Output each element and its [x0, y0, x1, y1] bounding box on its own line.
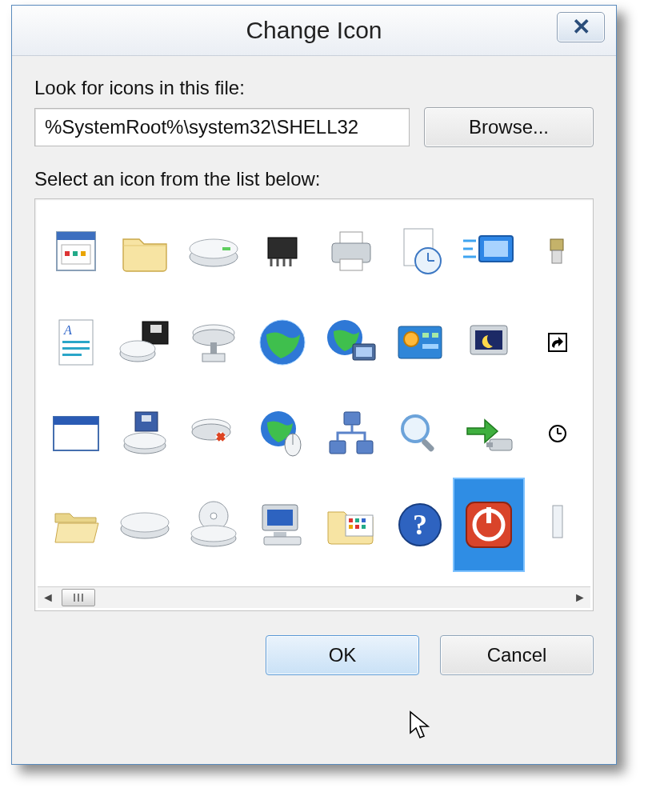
icon-path-value: %SystemRoot%\system32\SHELL32 [45, 116, 358, 138]
select-icon-label: Select an icon from the list below: [34, 168, 594, 190]
icon-path-input[interactable]: %SystemRoot%\system32\SHELL32 [34, 108, 410, 146]
icon-usb-arrow[interactable] [454, 388, 523, 479]
icon-open-folder[interactable] [42, 479, 110, 570]
svg-rect-45 [356, 347, 372, 357]
icon-blank-window[interactable] [42, 388, 110, 479]
svg-rect-16 [340, 259, 362, 270]
icon-folder[interactable] [110, 206, 179, 297]
close-button[interactable]: ✕ [557, 12, 605, 42]
svg-rect-40 [202, 354, 225, 362]
svg-rect-55 [54, 417, 98, 425]
svg-rect-50 [422, 344, 438, 349]
horizontal-scrollbar[interactable]: ◄ ► [38, 586, 590, 608]
svg-rect-27 [552, 250, 562, 263]
svg-text:?: ? [413, 509, 427, 541]
icon-folder-apps[interactable] [317, 479, 386, 570]
svg-rect-82 [267, 510, 293, 526]
cancel-button[interactable]: Cancel [440, 635, 594, 675]
icon-grid: A [42, 206, 593, 570]
icon-power[interactable] [454, 479, 523, 570]
svg-rect-69 [421, 438, 435, 453]
scroll-thumb[interactable] [62, 589, 95, 606]
icon-network-drive[interactable] [179, 297, 248, 388]
svg-rect-31 [62, 347, 90, 350]
svg-rect-26 [550, 239, 563, 250]
dialog-body: Look for icons in this file: %SystemRoot… [12, 56, 616, 611]
icon-printer[interactable] [317, 206, 386, 297]
svg-rect-32 [62, 354, 82, 356]
svg-rect-5 [81, 251, 86, 256]
svg-rect-86 [349, 518, 353, 522]
icon-screensaver[interactable] [454, 297, 523, 388]
icon-network[interactable] [317, 388, 386, 479]
change-icon-dialog: Change Icon ✕ Look for icons in this fil… [11, 5, 617, 765]
icon-computer[interactable] [248, 479, 317, 570]
icon-program-window[interactable] [42, 206, 110, 297]
svg-rect-66 [330, 441, 346, 454]
svg-point-47 [404, 332, 418, 346]
icon-text-doc[interactable]: A [42, 297, 110, 388]
svg-rect-71 [486, 442, 493, 447]
icon-drive[interactable] [179, 206, 248, 297]
svg-rect-49 [432, 333, 438, 338]
svg-rect-65 [344, 412, 360, 425]
svg-rect-8 [222, 247, 230, 250]
svg-rect-97 [553, 506, 562, 538]
titlebar: Change Icon ✕ [12, 6, 616, 56]
icon-globe-mouse[interactable] [248, 388, 317, 479]
scroll-left-arrow-icon[interactable]: ◄ [38, 589, 58, 606]
svg-rect-4 [73, 251, 78, 256]
svg-rect-88 [362, 518, 366, 522]
svg-point-78 [210, 513, 217, 519]
icon-list: A [34, 198, 594, 611]
svg-rect-90 [355, 525, 359, 529]
icon-shortcut-arrow[interactable] [523, 297, 592, 388]
svg-rect-91 [362, 525, 366, 529]
svg-rect-34 [150, 325, 162, 333]
svg-rect-70 [490, 439, 512, 450]
svg-rect-39 [210, 342, 217, 354]
svg-rect-57 [142, 415, 151, 422]
svg-text:A: A [63, 323, 72, 337]
icon-help[interactable]: ? [386, 479, 454, 570]
icon-optical-drive[interactable] [179, 479, 248, 570]
icon-chip[interactable] [248, 206, 317, 297]
icon-globe[interactable] [248, 297, 317, 388]
browse-label: Browse... [469, 116, 549, 138]
icon-control-panel[interactable] [386, 297, 454, 388]
svg-rect-84 [264, 537, 301, 545]
svg-point-59 [124, 433, 166, 449]
look-for-label: Look for icons in this file: [34, 77, 594, 99]
close-icon: ✕ [572, 16, 590, 38]
svg-rect-96 [486, 507, 491, 523]
ok-button[interactable]: OK [266, 635, 419, 675]
icon-drive-error[interactable] [179, 388, 248, 479]
icon-search[interactable] [386, 388, 454, 479]
dialog-title: Change Icon [246, 17, 382, 44]
ok-label: OK [329, 644, 357, 666]
path-row: %SystemRoot%\system32\SHELL32 Browse... [34, 107, 594, 147]
dialog-footer: OK Cancel [12, 611, 616, 675]
icon-closed-drive[interactable] [110, 479, 179, 570]
icon-floppy-drive[interactable] [110, 297, 179, 388]
svg-rect-30 [62, 341, 90, 343]
svg-point-80 [191, 526, 236, 542]
icon-connector[interactable] [523, 206, 592, 297]
icon-cert[interactable] [523, 479, 592, 570]
svg-rect-1 [57, 232, 95, 240]
icon-drive-floppy[interactable] [110, 388, 179, 479]
svg-rect-3 [65, 251, 70, 256]
icon-doc-clock[interactable] [386, 206, 454, 297]
svg-rect-87 [355, 518, 359, 522]
svg-rect-89 [349, 525, 353, 529]
icon-globe-pc[interactable] [317, 297, 386, 388]
icon-clock[interactable] [523, 388, 592, 479]
browse-button[interactable]: Browse... [424, 107, 594, 147]
scroll-right-arrow-icon[interactable]: ► [570, 589, 590, 606]
icon-screen[interactable] [454, 206, 523, 297]
svg-point-36 [120, 341, 155, 357]
svg-rect-25 [484, 241, 508, 257]
svg-point-76 [121, 513, 169, 532]
svg-rect-48 [422, 333, 429, 338]
svg-rect-83 [274, 532, 286, 537]
